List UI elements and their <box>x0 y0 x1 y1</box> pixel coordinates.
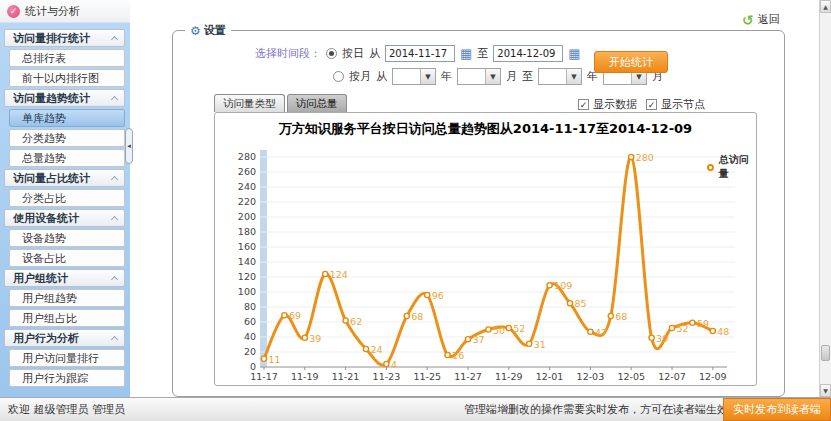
year-to-select[interactable]: ▼ <box>538 68 582 85</box>
sidebar-header: ✓ 统计与分析 <box>0 0 130 22</box>
sidebar: ✓ 统计与分析 访问量排行统计总排行表前十以内排行图访问量趋势统计单库趋势分类趋… <box>0 0 130 397</box>
sidebar-section-header[interactable]: 访问量排行统计 <box>4 29 125 47</box>
dropdown-arrow-icon: ▼ <box>420 69 435 84</box>
svg-text:80: 80 <box>244 301 256 312</box>
section-label: 使用设备统计 <box>13 211 79 226</box>
sidebar-item[interactable]: 前十以内排行图 <box>9 69 125 87</box>
sidebar-item[interactable]: 分类占比 <box>9 189 125 207</box>
show-data-checkbox[interactable]: ✓ <box>578 99 589 110</box>
dropdown-arrow-icon: ▼ <box>485 69 500 84</box>
year-label: 年 <box>441 69 452 84</box>
svg-text:140: 140 <box>238 256 256 267</box>
chevron-up-icon <box>111 335 118 342</box>
sidebar-section-header[interactable]: 使用设备统计 <box>4 209 125 227</box>
back-label: 返回 <box>758 12 780 27</box>
welcome-text: 欢迎 超级管理员 管理员 <box>8 398 125 421</box>
sidebar-item[interactable]: 单库趋势 <box>9 109 125 127</box>
sidebar-section-header[interactable]: 用户组统计 <box>4 269 125 287</box>
svg-text:124: 124 <box>330 269 348 280</box>
show-nodes-checkbox[interactable]: ✓ <box>646 99 657 110</box>
tab-active[interactable]: 访问总量 <box>287 94 347 112</box>
sidebar-item[interactable]: 用户组占比 <box>9 309 125 327</box>
sidebar-item[interactable]: 设备占比 <box>9 249 125 267</box>
svg-text:4: 4 <box>391 359 397 370</box>
scroll-up-icon[interactable]: ▲ <box>820 0 831 13</box>
svg-text:280: 280 <box>636 152 654 163</box>
by-day-radio[interactable] <box>326 48 337 59</box>
tab-bar: 访问量类型访问总量 <box>214 94 347 112</box>
check-badge-icon: ✓ <box>7 5 20 18</box>
sidebar-section-header[interactable]: 访问量趋势统计 <box>4 89 125 107</box>
svg-text:59: 59 <box>697 318 709 329</box>
calendar-icon[interactable]: ▦ <box>460 47 472 60</box>
section-label: 用户行为分析 <box>13 331 79 346</box>
trend-line-chart: 0204060801001201401601802002202402602801… <box>215 113 756 385</box>
svg-text:16: 16 <box>452 350 464 361</box>
sidebar-title: 统计与分析 <box>25 4 80 19</box>
svg-text:280: 280 <box>238 151 256 162</box>
dropdown-arrow-icon: ▼ <box>566 69 581 84</box>
svg-text:11-17: 11-17 <box>250 371 278 382</box>
svg-text:12-03: 12-03 <box>577 371 605 382</box>
svg-text:12-01: 12-01 <box>536 371 564 382</box>
sidebar-item[interactable]: 设备趋势 <box>9 229 125 247</box>
chart-container: 万方知识服务平台按日访问总量趋势图从2014-11-17至2014-12-09 … <box>214 112 757 386</box>
svg-text:11: 11 <box>269 354 281 365</box>
back-link[interactable]: ↺ 返回 <box>742 12 780 27</box>
sidebar-item[interactable]: 总量趋势 <box>9 149 125 167</box>
svg-text:260: 260 <box>238 166 256 177</box>
by-month-radio[interactable] <box>333 71 344 82</box>
sidebar-item[interactable]: 总排行表 <box>9 49 125 67</box>
chevron-up-icon <box>111 275 118 282</box>
sidebar-item[interactable]: 分类趋势 <box>9 129 125 147</box>
sidebar-item[interactable]: 用户行为跟踪 <box>9 369 125 387</box>
settings-panel: ⚙ 设置 选择时间段： 按日 从 ▦ 至 ▦ 按月 从 ▼ 年 ▼ 月 至 ▼ … <box>172 30 785 397</box>
svg-text:100: 100 <box>238 286 256 297</box>
svg-text:120: 120 <box>238 271 256 282</box>
status-bar: 欢迎 超级管理员 管理员 管理端增删改的操作需要实时发布，方可在读者端生效！ 实… <box>0 397 831 421</box>
svg-text:68: 68 <box>615 311 627 322</box>
svg-text:12-07: 12-07 <box>658 371 686 382</box>
tab-inactive[interactable]: 访问量类型 <box>214 94 285 112</box>
chevron-up-icon <box>111 95 118 102</box>
svg-text:20: 20 <box>244 346 256 357</box>
show-nodes-label: 显示节点 <box>661 97 705 112</box>
calendar-icon[interactable]: ▦ <box>568 47 580 60</box>
svg-text:220: 220 <box>238 196 256 207</box>
svg-text:37: 37 <box>473 334 485 345</box>
date-to-input[interactable] <box>493 45 563 62</box>
chevron-up-icon <box>111 35 118 42</box>
scroll-down-icon[interactable]: ▼ <box>820 384 831 397</box>
show-data-option[interactable]: ✓ 显示数据 <box>578 97 637 112</box>
svg-text:39: 39 <box>309 333 321 344</box>
svg-text:62: 62 <box>350 316 362 327</box>
sidebar-collapse-handle[interactable]: ◂ <box>125 128 133 164</box>
svg-text:39: 39 <box>656 333 668 344</box>
series-name: 总访问量 <box>719 153 756 181</box>
sidebar-item[interactable]: 用户组趋势 <box>9 289 125 307</box>
series-marker-icon <box>707 164 714 171</box>
back-arrow-icon: ↺ <box>742 14 754 26</box>
show-nodes-option[interactable]: ✓ 显示节点 <box>646 97 705 112</box>
month-from-select[interactable]: ▼ <box>457 68 501 85</box>
svg-text:96: 96 <box>432 290 444 301</box>
svg-text:11-25: 11-25 <box>413 371 441 382</box>
sidebar-section-header[interactable]: 访问量占比统计 <box>4 169 125 187</box>
year-from-select[interactable]: ▼ <box>392 68 436 85</box>
scrollbar-thumb[interactable] <box>821 345 830 361</box>
sidebar-item[interactable]: 用户访问量排行 <box>9 349 125 367</box>
svg-text:85: 85 <box>575 298 587 309</box>
sidebar-section-header[interactable]: 用户行为分析 <box>4 329 125 347</box>
svg-text:109: 109 <box>554 280 572 291</box>
start-statistics-button[interactable]: 开始统计 <box>594 51 668 73</box>
svg-text:180: 180 <box>238 226 256 237</box>
date-from-input[interactable] <box>385 45 455 62</box>
publish-button[interactable]: 实时发布到读者端 <box>723 398 831 421</box>
section-label: 访问量趋势统计 <box>13 91 90 106</box>
vertical-scrollbar[interactable]: ▲ ▼ <box>819 0 831 397</box>
svg-text:11-27: 11-27 <box>454 371 482 382</box>
settings-legend: ⚙ 设置 <box>185 23 231 38</box>
svg-text:24: 24 <box>371 344 383 355</box>
to-label: 至 <box>477 46 488 61</box>
svg-text:47: 47 <box>595 327 607 338</box>
